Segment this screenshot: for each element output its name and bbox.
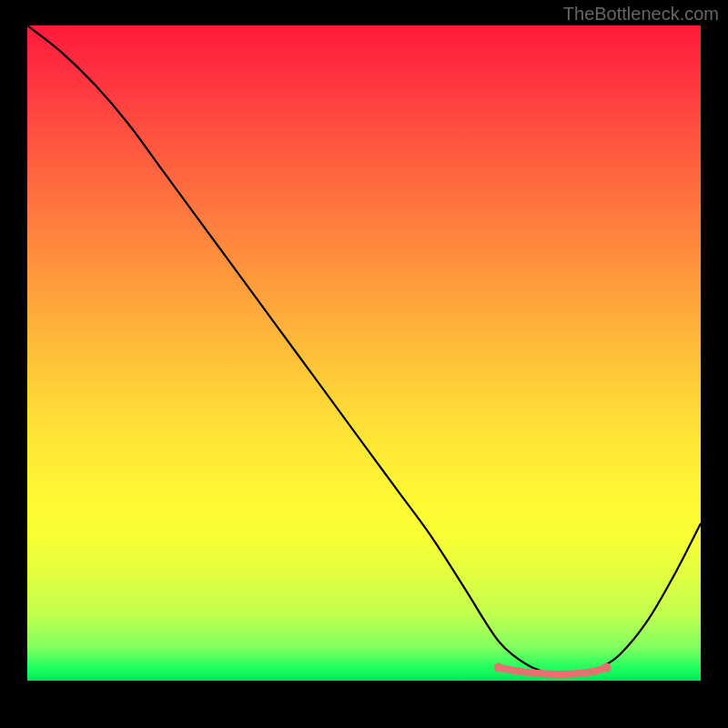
bottleneck-curve-path	[27, 25, 701, 674]
band-end-dot	[602, 663, 611, 672]
plot-area	[27, 25, 701, 681]
chart-svg	[27, 25, 701, 681]
watermark-text: TheBottleneck.com	[563, 4, 719, 25]
optimal-band-path	[499, 668, 606, 674]
band-end-dot	[494, 663, 503, 672]
